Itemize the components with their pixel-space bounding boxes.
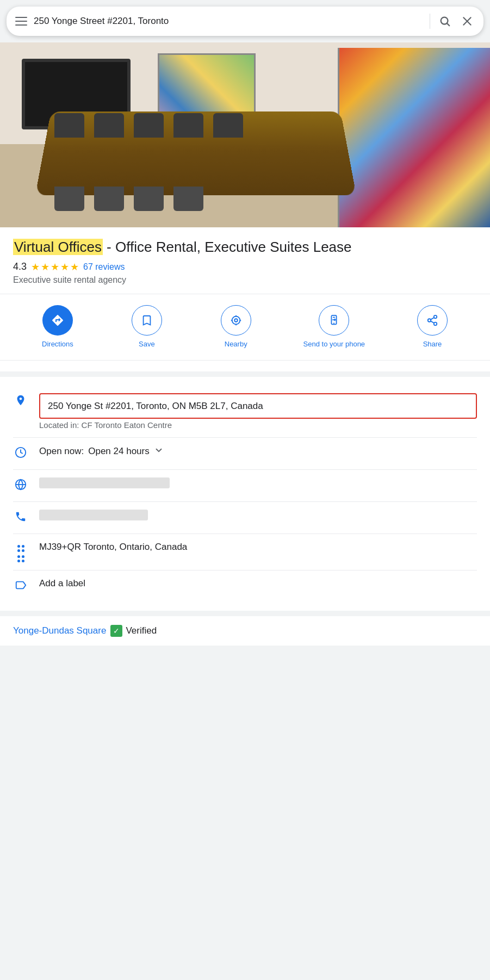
reviews-link[interactable]: 67 reviews: [83, 262, 125, 272]
add-label-content[interactable]: Add a label: [39, 578, 477, 589]
nearby-icon-circle: [221, 305, 251, 336]
footer-section: Yonge-Dundas Square ✓ Verified: [0, 616, 490, 646]
star-half: ★: [70, 261, 79, 273]
website-row[interactable]: [13, 470, 477, 502]
star-2: ★: [41, 261, 49, 273]
directions-label: Directions: [42, 340, 73, 349]
title-highlight: Virtual Offices: [13, 239, 103, 255]
add-label-text[interactable]: Add a label: [39, 578, 85, 588]
address-row: 250 Yonge St #2201, Toronto, ON M5B 2L7,…: [13, 386, 477, 438]
svg-line-17: [431, 321, 434, 323]
directions-icon-circle: [42, 305, 73, 336]
address-box[interactable]: 250 Yonge St #2201, Toronto, ON M5B 2L7,…: [39, 393, 477, 419]
hero-image: [0, 42, 490, 227]
website-blurred: [39, 477, 170, 488]
rating-number: 4.3: [13, 261, 27, 272]
send-to-phone-icon-circle: [319, 305, 349, 336]
located-in: Located in: CF Toronto Eaton Centre: [39, 420, 477, 430]
svg-point-14: [434, 315, 437, 319]
hours-status: Open now:: [39, 446, 84, 457]
send-to-phone-button[interactable]: Send to your phone: [303, 305, 365, 349]
phone-blurred: [39, 510, 148, 520]
clock-icon: [13, 446, 28, 462]
search-bar: 250 Yonge Street #2201, Toronto: [7, 7, 483, 36]
share-label: Share: [423, 340, 442, 349]
star-rating: ★ ★ ★ ★ ★: [31, 261, 79, 273]
globe-icon: [13, 479, 28, 494]
details-section: 250 Yonge St #2201, Toronto, ON M5B 2L7,…: [0, 377, 490, 611]
svg-point-5: [234, 319, 238, 322]
search-input[interactable]: 250 Yonge Street #2201, Toronto: [34, 16, 423, 27]
svg-line-18: [431, 318, 434, 320]
save-icon-circle: [132, 305, 162, 336]
save-button[interactable]: Save: [125, 305, 169, 349]
search-divider: [430, 14, 430, 29]
phone-row[interactable]: [13, 502, 477, 534]
close-button[interactable]: [460, 14, 475, 29]
share-button[interactable]: Share: [411, 305, 454, 349]
share-icon-circle: [417, 305, 448, 336]
svg-line-1: [447, 23, 449, 26]
actions-row: Directions Save: [13, 294, 477, 360]
nearby-button[interactable]: Nearby: [214, 305, 258, 349]
footer-link[interactable]: Yonge-Dundas Square: [13, 625, 106, 636]
label-icon: [13, 579, 28, 594]
star-1: ★: [31, 261, 40, 273]
business-type: Executive suite rental agency: [13, 275, 477, 285]
hours-detail: Open 24 hours: [88, 446, 149, 457]
svg-point-4: [232, 316, 240, 324]
verified-badge: ✓ Verified: [110, 625, 157, 637]
search-button[interactable]: [437, 13, 453, 29]
business-title: Virtual Offices - Office Rental, Executi…: [13, 238, 477, 257]
plus-code-icon: [13, 543, 28, 562]
business-info-card: Virtual Offices - Office Rental, Executi…: [0, 227, 490, 371]
open-hours[interactable]: Open now: Open 24 hours: [39, 445, 477, 457]
save-label: Save: [139, 340, 155, 349]
address-content[interactable]: 250 Yonge St #2201, Toronto, ON M5B 2L7,…: [39, 393, 477, 430]
hours-content[interactable]: Open now: Open 24 hours: [39, 445, 477, 457]
phone-icon: [13, 511, 28, 526]
directions-button[interactable]: Directions: [36, 305, 79, 349]
star-3: ★: [51, 261, 59, 273]
location-pin-icon: [13, 394, 28, 410]
star-4: ★: [60, 261, 69, 273]
verified-check-icon: ✓: [110, 625, 122, 637]
bottom-divider: [0, 360, 490, 361]
add-label-row[interactable]: Add a label: [13, 570, 477, 602]
svg-point-16: [434, 322, 437, 325]
website-content[interactable]: [39, 477, 477, 488]
plus-code-row[interactable]: MJ39+QR Toronto, Ontario, Canada: [13, 534, 477, 570]
footer-row: Yonge-Dundas Square ✓ Verified: [13, 625, 477, 637]
rating-row: 4.3 ★ ★ ★ ★ ★ 67 reviews: [13, 261, 477, 273]
svg-point-15: [428, 319, 431, 322]
send-to-phone-label: Send to your phone: [303, 340, 365, 349]
hours-row[interactable]: Open now: Open 24 hours: [13, 438, 477, 470]
menu-button[interactable]: [15, 17, 27, 26]
nearby-label: Nearby: [225, 340, 247, 349]
hours-chevron-icon[interactable]: [154, 445, 164, 457]
painting2: [338, 48, 490, 227]
plus-code-text: MJ39+QR Toronto, Ontario, Canada: [39, 542, 187, 552]
plus-code-content: MJ39+QR Toronto, Ontario, Canada: [39, 542, 477, 553]
verified-text: Verified: [126, 625, 157, 636]
phone-content[interactable]: [39, 510, 477, 520]
